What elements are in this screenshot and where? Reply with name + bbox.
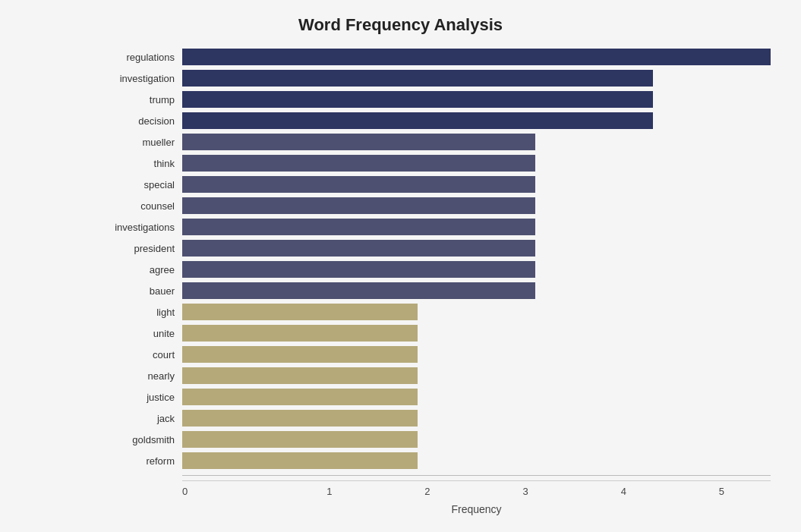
x-tick: 1 (280, 486, 378, 497)
bar (182, 389, 418, 405)
bar-label: court (99, 349, 182, 360)
bar-label: president (99, 243, 182, 254)
bar-label: decision (99, 115, 182, 127)
bar-row: agree (182, 260, 771, 279)
bar-row: light (182, 302, 771, 322)
bar (182, 134, 535, 150)
bar (182, 282, 535, 299)
bar (182, 304, 418, 320)
x-tick: 5 (673, 486, 771, 497)
x-tick: 4 (575, 486, 673, 497)
bar-row: investigation (182, 68, 771, 88)
bar-label: think (99, 158, 182, 169)
chart-container: Word Frequency Analysis regulationsinves… (0, 0, 801, 532)
bar-label: special (99, 179, 182, 190)
x-tick: 0 (182, 486, 280, 497)
bar-row: decision (182, 111, 771, 131)
bar-label: unite (99, 328, 182, 339)
bar-label: nearly (99, 370, 182, 382)
bar-label: light (99, 307, 182, 318)
bars-area: regulationsinvestigationtrumpdecisionmue… (182, 47, 771, 472)
bar-row: goldsmith (182, 430, 771, 449)
bar-label: jack (99, 413, 182, 424)
bar (182, 155, 535, 172)
x-axis: 012345 (182, 480, 771, 497)
bar (182, 452, 418, 469)
bar-label: justice (99, 392, 182, 403)
bar-row: think (182, 153, 771, 173)
bar-label: investigation (99, 73, 182, 84)
bar-label: investigations (99, 222, 182, 233)
bar (182, 346, 418, 363)
bar (182, 49, 771, 65)
bar-row: jack (182, 408, 771, 428)
bar-row: trump (182, 90, 771, 109)
bar-row: nearly (182, 366, 771, 386)
bar (182, 219, 535, 235)
x-tick: 2 (378, 486, 476, 497)
bar-row: special (182, 175, 771, 194)
bar-row: president (182, 238, 771, 258)
bar-row: unite (182, 323, 771, 343)
bars-list: regulationsinvestigationtrumpdecisionmue… (182, 47, 771, 471)
chart-title: Word Frequency Analysis (30, 15, 771, 35)
bar-label: bauer (99, 285, 182, 297)
bar (182, 431, 418, 448)
bar (182, 325, 418, 342)
bar-label: agree (99, 264, 182, 275)
x-axis-label: Frequency (182, 503, 771, 515)
bar (182, 112, 653, 129)
bar-label: mueller (99, 137, 182, 148)
bar (182, 70, 653, 87)
bar-label: reform (99, 455, 182, 467)
bar (182, 410, 418, 427)
bar (182, 240, 535, 257)
bar-row: bauer (182, 281, 771, 301)
bar-row: justice (182, 387, 771, 407)
bar-row: court (182, 345, 771, 364)
bar-row: reform (182, 451, 771, 471)
bar-label: regulations (99, 52, 182, 63)
bar (182, 91, 653, 108)
bar (182, 261, 535, 278)
x-tick: 3 (477, 486, 575, 497)
bar (182, 176, 535, 193)
bar-row: investigations (182, 217, 771, 237)
bar-label: goldsmith (99, 434, 182, 445)
bar-row: regulations (182, 47, 771, 67)
bar (182, 367, 418, 384)
bar (182, 197, 535, 214)
bar-row: counsel (182, 196, 771, 216)
bar-label: trump (99, 94, 182, 105)
bar-label: counsel (99, 200, 182, 212)
bar-row: mueller (182, 132, 771, 152)
